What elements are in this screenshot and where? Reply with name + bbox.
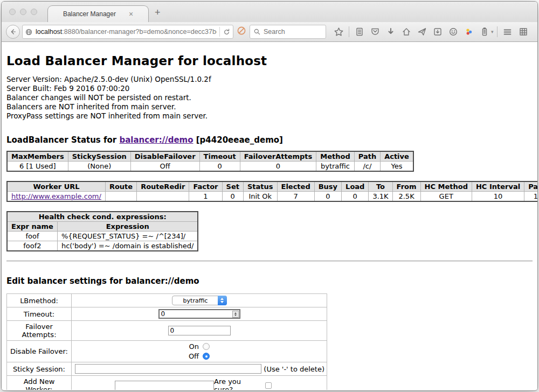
cell-load: 0 [342,192,369,202]
reading-list-button[interactable] [353,25,367,39]
col-disablefailover: DisableFailover [130,151,199,162]
extension-grid-button[interactable] [516,25,530,39]
failover-attempts-row: Failover Attempts: [7,321,327,341]
proxypass-note: ProxyPass settings are NOT inherited fro… [6,111,533,121]
persist-note: Balancer changes will NOT be persisted o… [6,93,533,102]
grid-icon [519,27,528,37]
tab-close-icon[interactable]: × [129,10,133,18]
col-path: Path [354,151,380,162]
minimize-window-button[interactable] [20,9,26,15]
col-stickysession: StickySession [68,151,130,162]
radio-on-label: On [189,342,199,351]
are-you-sure-checkbox[interactable] [265,382,272,389]
cell-method: bytraffic [316,162,354,172]
balancer-status-table: MaxMembers StickySession DisableFailover… [6,151,414,172]
toolbar-separator [349,26,349,37]
cell-route [105,192,136,202]
disable-failover-label: Disable Failover: [7,341,72,362]
tab-title: Balancer Manager [63,10,116,18]
col-expression: Expression [57,222,198,232]
search-icon [253,28,261,36]
add-worker-input[interactable] [115,381,214,390]
cell-expression-2: hc('body') =~ /domain is established/ [57,241,198,251]
cell-expr-name-2: foof2 [7,241,57,251]
page-title: Load Balancer Manager for localhost [6,54,533,68]
balancer-header-row: MaxMembers StickySession DisableFailover… [7,151,413,162]
cell-routeredir [137,192,189,202]
home-icon [402,27,411,37]
overflow-caret-icon[interactable]: ▾ [491,29,494,34]
send-tab-button[interactable] [415,25,429,39]
reload-button[interactable] [223,28,231,36]
col-routeredir: RouteRedir [137,181,189,192]
col-hc-interval: HC Interval [472,181,524,192]
col-worker-url: Worker URL [7,181,105,192]
sticky-session-label: Sticky Session: [7,362,72,376]
radio-off[interactable] [203,353,210,360]
timeout-input[interactable] [158,309,240,319]
new-tab-button[interactable]: + [155,7,161,18]
extension-clipboard-button[interactable] [478,25,492,39]
bookmark-star-button[interactable] [331,25,345,39]
balancer-link[interactable]: balancer://demo [119,135,193,145]
home-button[interactable] [399,25,413,39]
back-arrow-icon [9,27,17,36]
url-bar[interactable]: localhost:8880/balancer-manager?b=demo&n… [22,25,233,39]
health-check-table: Health check cond. expressions: Expr nam… [6,211,198,251]
downloads-button[interactable] [384,25,398,39]
search-bar[interactable] [250,25,326,39]
failover-attempts-input[interactable] [168,326,231,335]
pocket-button[interactable] [368,25,382,39]
col-failoverattempts: FailoverAttempts [240,151,316,162]
edit-settings-heading: Edit balancer settings for balancer://de… [6,276,533,286]
col-busy: Busy [314,181,341,192]
health-title-row: Health check cond. expressions: [7,212,198,222]
health-table-title: Health check cond. expressions: [7,212,198,222]
content-blocked-icon[interactable] [237,26,246,38]
toolbar-separator-2 [497,26,497,37]
title-bar: Balancer Manager × + [2,2,537,22]
disable-failover-row: Disable Failover: On Off [7,341,327,362]
url-path: :8880/balancer-manager?b=demo&nonce=decc… [62,28,217,36]
back-button[interactable] [6,25,20,39]
cell-status: Init Ok [243,192,277,202]
inherit-note: Balancers are NOT inherited from main se… [6,102,533,111]
balancer-data-row: 6 [1 Used] (None) Off 0 0 bytraffic /c/ … [7,162,413,172]
cell-expr-name-1: foof [7,232,57,241]
sticky-session-input[interactable] [75,364,261,374]
page-content: Load Balancer Manager for localhost Serv… [2,42,537,390]
lbmethod-row: LBmethod: bytraffic [7,294,327,307]
number-spinner-icon[interactable] [232,311,239,318]
cell-factor: 1 [189,192,222,202]
cell-active: Yes [381,162,413,172]
zoom-window-button[interactable] [31,9,37,15]
health-row-foof: foof %{REQUEST_STATUS} =~ /^[234]/ [7,232,198,241]
server-built: Server Built: Feb 9 2016 07:00:20 [6,84,533,93]
server-info: Server Version: Apache/2.5.0-dev (Unix) … [6,75,533,121]
lbmethod-select[interactable]: bytraffic [172,296,227,305]
save-page-button[interactable] [431,25,445,39]
radio-on[interactable] [203,343,210,350]
health-row-foof2: foof2 hc('body') =~ /domain is establish… [7,241,198,251]
search-input[interactable] [264,28,317,36]
status-heading-prefix: LoadBalancer Status for [6,135,119,145]
col-timeout: Timeout [199,151,240,162]
worker-url-link[interactable]: http://www.example.com/ [11,192,101,200]
close-window-button[interactable] [9,9,16,15]
timeout-label: Timeout: [7,307,72,321]
menu-button[interactable] [501,25,515,39]
extension-colordots-button[interactable] [462,25,476,39]
edit-balancer-form: LBmethod: bytraffic Timeout: [6,293,327,390]
col-load: Load [342,181,369,192]
col-maxmembers: MaxMembers [7,151,68,162]
feedback-button[interactable] [446,25,460,39]
col-from: From [392,181,420,192]
pocket-icon [370,27,380,37]
cell-disablefailover: Off [130,162,199,172]
download-arrow-icon [386,27,396,37]
col-passes: Passes [524,181,537,192]
cell-failoverattempts: 0 [240,162,316,172]
col-route: Route [105,181,136,192]
tab-balancer-manager[interactable]: Balancer Manager × [47,5,149,22]
globe-icon [25,28,33,36]
